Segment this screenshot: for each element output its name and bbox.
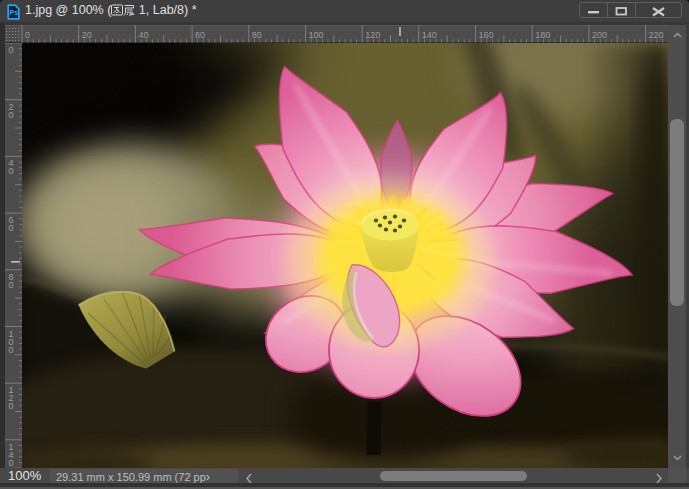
svg-text:120: 120 <box>365 30 380 40</box>
svg-text:0: 0 <box>8 344 13 354</box>
svg-text:20: 20 <box>81 30 91 40</box>
svg-text:0: 0 <box>8 279 13 289</box>
svg-text:Ps: Ps <box>10 9 19 16</box>
svg-text:0: 0 <box>8 457 13 467</box>
svg-text:60: 60 <box>195 30 205 40</box>
svg-text:200: 200 <box>591 30 606 40</box>
svg-text:100: 100 <box>308 30 323 40</box>
svg-text:160: 160 <box>478 30 493 40</box>
svg-text:0: 0 <box>8 223 13 233</box>
svg-text:0: 0 <box>8 109 13 119</box>
svg-text:220: 220 <box>648 30 663 40</box>
svg-text:40: 40 <box>138 30 148 40</box>
svg-text:0: 0 <box>25 30 30 40</box>
svg-text:80: 80 <box>251 30 261 40</box>
svg-text:0: 0 <box>8 166 13 176</box>
svg-text:180: 180 <box>535 30 550 40</box>
svg-text:0: 0 <box>8 45 13 55</box>
svg-text:140: 140 <box>421 30 436 40</box>
svg-text:0: 0 <box>8 401 13 411</box>
